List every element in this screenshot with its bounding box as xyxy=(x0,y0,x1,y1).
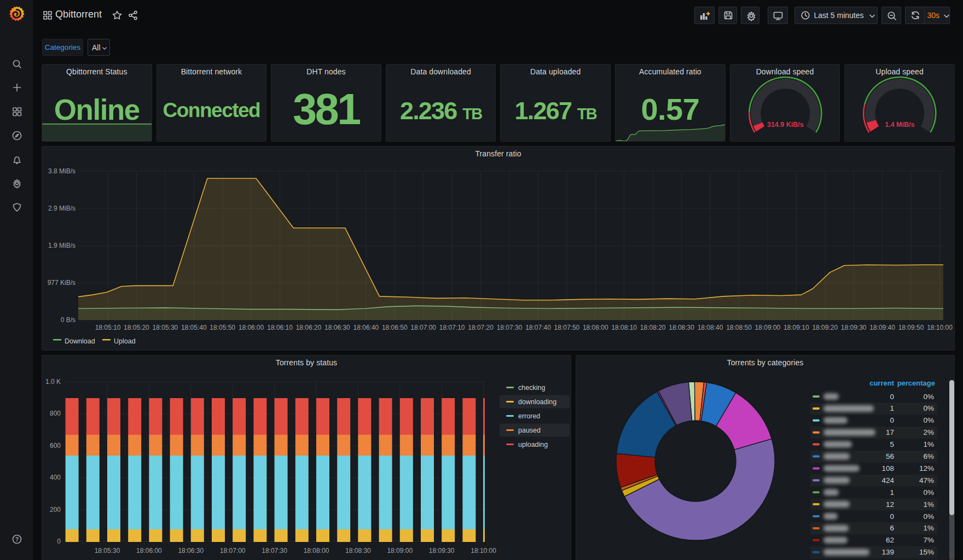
svg-text:1: 1 xyxy=(890,488,894,497)
svg-text:18:08:00: 18:08:00 xyxy=(583,324,608,331)
svg-text:0: 0 xyxy=(890,512,894,521)
svg-text:18:10:00: 18:10:00 xyxy=(927,324,953,331)
svg-text:18:08:20: 18:08:20 xyxy=(640,324,666,331)
svg-text:18:07:40: 18:07:40 xyxy=(525,324,551,331)
svg-text:800: 800 xyxy=(50,410,61,417)
svg-text:3.8 MiB/s: 3.8 MiB/s xyxy=(48,167,76,175)
svg-text:18:07:30: 18:07:30 xyxy=(262,547,287,555)
svg-text:18:06:20: 18:06:20 xyxy=(296,324,322,331)
svg-text:18:08:10: 18:08:10 xyxy=(611,324,637,331)
svg-text:uploading: uploading xyxy=(518,441,548,448)
svg-text:18:08:40: 18:08:40 xyxy=(698,324,723,331)
svg-text:Download: Download xyxy=(65,337,95,345)
svg-text:108: 108 xyxy=(881,464,894,472)
svg-text:checking: checking xyxy=(518,384,545,392)
svg-text:0: 0 xyxy=(890,393,894,401)
svg-text:18:06:50: 18:06:50 xyxy=(382,324,408,331)
svg-text:18:09:20: 18:09:20 xyxy=(812,324,838,331)
svg-text:18:08:00: 18:08:00 xyxy=(304,547,329,555)
svg-text:600: 600 xyxy=(50,442,61,450)
svg-text:18:09:50: 18:09:50 xyxy=(898,324,924,331)
svg-text:18:05:40: 18:05:40 xyxy=(181,324,207,331)
svg-text:18:09:00: 18:09:00 xyxy=(755,324,781,331)
svg-text:18:10:00: 18:10:00 xyxy=(471,547,496,555)
svg-text:18:09:30: 18:09:30 xyxy=(841,324,867,331)
svg-text:18:06:30: 18:06:30 xyxy=(178,547,204,555)
svg-text:6: 6 xyxy=(890,524,894,532)
svg-text:18:07:00: 18:07:00 xyxy=(220,547,246,555)
svg-text:18:08:30: 18:08:30 xyxy=(345,547,371,555)
svg-text:18:07:20: 18:07:20 xyxy=(468,324,494,331)
svg-text:200: 200 xyxy=(50,506,61,514)
svg-text:downloading: downloading xyxy=(518,398,556,406)
svg-text:0%: 0% xyxy=(923,488,934,497)
svg-text:18:07:10: 18:07:10 xyxy=(439,324,465,331)
svg-text:7%: 7% xyxy=(923,536,934,544)
svg-text:12%: 12% xyxy=(919,464,934,472)
svg-text:18:05:10: 18:05:10 xyxy=(95,324,121,331)
svg-text:12: 12 xyxy=(886,500,894,509)
svg-text:424: 424 xyxy=(881,476,894,485)
svg-text:2.9 MiB/s: 2.9 MiB/s xyxy=(48,205,76,212)
svg-text:18:09:00: 18:09:00 xyxy=(387,547,413,555)
svg-text:0%: 0% xyxy=(923,393,934,401)
svg-text:5: 5 xyxy=(890,440,894,448)
svg-text:139: 139 xyxy=(881,548,894,556)
svg-text:17: 17 xyxy=(886,428,894,436)
svg-text:0 B/s: 0 B/s xyxy=(61,316,76,324)
svg-text:18:06:00: 18:06:00 xyxy=(239,324,264,331)
svg-text:paused: paused xyxy=(518,427,541,434)
svg-text:18:05:30: 18:05:30 xyxy=(95,547,120,555)
svg-text:1: 1 xyxy=(890,404,894,412)
svg-text:current: current xyxy=(869,379,894,387)
svg-text:18:09:10: 18:09:10 xyxy=(784,324,809,331)
svg-text:18:05:20: 18:05:20 xyxy=(124,324,149,331)
svg-text:18:07:00: 18:07:00 xyxy=(410,324,436,331)
svg-text:62: 62 xyxy=(886,536,894,544)
svg-text:0: 0 xyxy=(57,538,61,545)
svg-text:1%: 1% xyxy=(923,440,934,448)
svg-text:18:06:40: 18:06:40 xyxy=(353,324,379,331)
svg-text:1.0 K: 1.0 K xyxy=(45,378,61,386)
svg-text:314.9 KiB/s: 314.9 KiB/s xyxy=(767,121,804,129)
svg-text:1.4 MiB/s: 1.4 MiB/s xyxy=(885,121,915,129)
svg-text:Upload: Upload xyxy=(114,337,136,345)
svg-text:1.9 MiB/s: 1.9 MiB/s xyxy=(48,242,76,249)
svg-text:18:05:50: 18:05:50 xyxy=(210,324,235,331)
svg-text:18:09:30: 18:09:30 xyxy=(429,547,455,555)
svg-text:18:09:40: 18:09:40 xyxy=(869,324,895,331)
svg-text:56: 56 xyxy=(886,452,894,460)
svg-text:18:07:30: 18:07:30 xyxy=(497,324,523,331)
svg-text:2%: 2% xyxy=(923,428,934,436)
svg-text:0%: 0% xyxy=(923,512,934,521)
svg-text:18:08:30: 18:08:30 xyxy=(669,324,694,331)
svg-text:?: ? xyxy=(15,536,19,542)
svg-text:18:05:30: 18:05:30 xyxy=(153,324,178,331)
svg-text:percentage: percentage xyxy=(897,379,935,387)
svg-text:977 KiB/s: 977 KiB/s xyxy=(48,279,76,287)
svg-text:18:08:50: 18:08:50 xyxy=(726,324,752,331)
svg-text:18:06:10: 18:06:10 xyxy=(267,324,293,331)
svg-text:18:07:50: 18:07:50 xyxy=(554,324,580,331)
svg-text:400: 400 xyxy=(50,474,61,481)
svg-text:18:06:00: 18:06:00 xyxy=(136,547,162,555)
svg-text:47%: 47% xyxy=(919,476,934,485)
svg-text:15%: 15% xyxy=(919,548,934,556)
svg-text:6%: 6% xyxy=(923,452,934,460)
svg-text:0%: 0% xyxy=(923,404,934,412)
svg-text:errored: errored xyxy=(518,412,540,420)
svg-text:0: 0 xyxy=(890,416,894,424)
svg-text:1%: 1% xyxy=(923,500,934,509)
svg-text:0%: 0% xyxy=(923,416,934,424)
svg-text:18:06:30: 18:06:30 xyxy=(324,324,350,331)
svg-text:1%: 1% xyxy=(923,524,934,532)
